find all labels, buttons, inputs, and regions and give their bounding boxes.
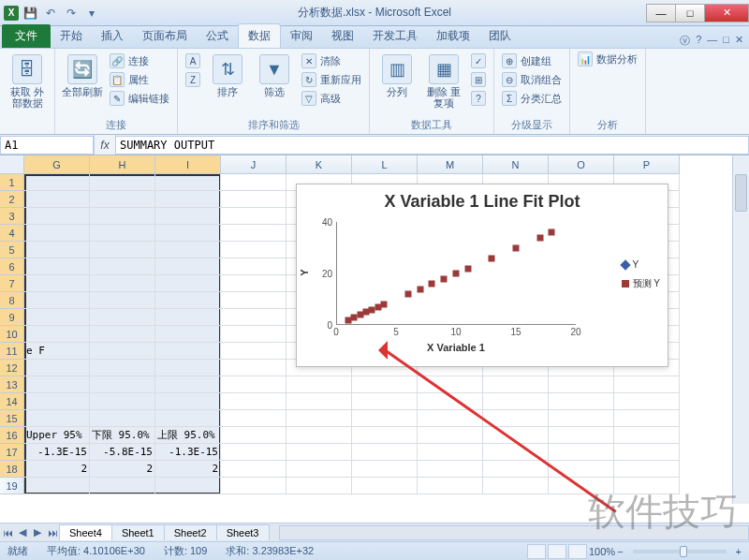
cell-L18[interactable]: [352, 461, 418, 478]
row-header-5[interactable]: 5: [0, 242, 24, 258]
cell-G11[interactable]: e F: [24, 343, 90, 360]
cell-H17[interactable]: -5.8E-15: [90, 444, 155, 461]
row-header-10[interactable]: 10: [0, 326, 24, 343]
cell-G14[interactable]: [24, 393, 90, 410]
fx-button[interactable]: fx: [94, 135, 116, 155]
sheet-tab-sheet2[interactable]: Sheet2: [164, 524, 217, 540]
sheet-nav-next[interactable]: ▶: [30, 525, 45, 540]
cell-H14[interactable]: [90, 393, 155, 410]
cell-I4[interactable]: [155, 225, 221, 242]
cell-L13[interactable]: [352, 376, 418, 393]
cell-G2[interactable]: [24, 191, 90, 208]
cell-P17[interactable]: [614, 444, 680, 461]
subtotal-button[interactable]: Σ分类汇总: [500, 90, 564, 107]
cell-J18[interactable]: [221, 461, 286, 478]
cell-P16[interactable]: [614, 427, 680, 444]
cell-M16[interactable]: [418, 427, 483, 444]
tab-review[interactable]: 审阅: [281, 24, 322, 48]
cell-G18[interactable]: 2: [24, 461, 90, 478]
column-header-P[interactable]: P: [614, 155, 680, 174]
zoom-in-button[interactable]: +: [736, 546, 742, 557]
cell-G7[interactable]: [24, 275, 90, 292]
zoom-thumb[interactable]: [680, 546, 687, 557]
column-header-I[interactable]: I: [155, 155, 221, 174]
cell-G6[interactable]: [24, 258, 90, 275]
cell-I15[interactable]: [155, 410, 221, 427]
cell-G9[interactable]: [24, 309, 90, 326]
consolidate-button[interactable]: ⊞: [469, 71, 488, 88]
whatif-button[interactable]: ?: [469, 90, 488, 107]
view-normal-button[interactable]: [527, 544, 546, 559]
formula-input[interactable]: SUMMARY OUTPUT: [116, 136, 749, 155]
cell-J1[interactable]: [221, 174, 286, 191]
qat-save-button[interactable]: 💾: [21, 4, 39, 22]
row-header-14[interactable]: 14: [0, 393, 24, 410]
cell-J11[interactable]: [221, 343, 286, 360]
row-header-1[interactable]: 1: [0, 174, 24, 191]
cell-I1[interactable]: [155, 174, 221, 191]
row-header-17[interactable]: 17: [0, 444, 24, 461]
column-header-K[interactable]: K: [286, 155, 352, 174]
cell-G10[interactable]: [24, 326, 90, 343]
cell-J15[interactable]: [221, 410, 286, 427]
tab-home[interactable]: 开始: [51, 24, 92, 48]
row-header-11[interactable]: 11: [0, 343, 24, 360]
row-header-13[interactable]: 13: [0, 376, 24, 393]
column-header-J[interactable]: J: [221, 155, 286, 174]
row-header-7[interactable]: 7: [0, 275, 24, 292]
cell-H8[interactable]: [90, 292, 155, 309]
cell-J14[interactable]: [221, 393, 286, 410]
cell-I13[interactable]: [155, 376, 221, 393]
cell-H7[interactable]: [90, 275, 155, 292]
cell-J3[interactable]: [221, 208, 286, 225]
cell-I9[interactable]: [155, 309, 221, 326]
horizontal-scrollbar[interactable]: [279, 525, 750, 540]
column-header-M[interactable]: M: [418, 155, 483, 174]
cell-I5[interactable]: [155, 242, 221, 258]
edit-links-button[interactable]: ✎编辑链接: [108, 90, 171, 107]
sheet-nav-prev[interactable]: ◀: [15, 525, 30, 540]
advanced-filter-button[interactable]: ▽高级: [300, 90, 363, 107]
cell-G8[interactable]: [24, 292, 90, 309]
filter-button[interactable]: ▼ 筛选: [253, 51, 296, 97]
cell-H1[interactable]: [90, 174, 155, 191]
window-maximize-button[interactable]: □: [675, 4, 705, 22]
group-button[interactable]: ⊕创建组: [500, 52, 564, 69]
cell-L14[interactable]: [352, 393, 418, 410]
sort-button[interactable]: ⇅ 排序: [206, 51, 249, 97]
select-all-corner[interactable]: [0, 155, 24, 174]
column-header-L[interactable]: L: [352, 155, 418, 174]
reapply-filter-button[interactable]: ↻重新应用: [300, 71, 363, 88]
window-minimize-button[interactable]: —: [646, 4, 676, 22]
cell-P14[interactable]: [614, 393, 680, 410]
view-page-break-button[interactable]: [568, 544, 587, 559]
doc-min-icon[interactable]: —: [707, 34, 717, 48]
cell-H15[interactable]: [90, 410, 155, 427]
cell-O17[interactable]: [549, 444, 614, 461]
cell-J12[interactable]: [221, 360, 286, 376]
cell-P18[interactable]: [614, 461, 680, 478]
cell-K17[interactable]: [286, 444, 352, 461]
cell-G12[interactable]: [24, 360, 90, 376]
ribbon-minimize-icon[interactable]: ⓥ: [680, 34, 690, 48]
row-header-4[interactable]: 4: [0, 225, 24, 242]
cell-I17[interactable]: -1.3E-15: [155, 444, 221, 461]
sort-asc-button[interactable]: A: [184, 52, 202, 69]
cell-H5[interactable]: [90, 242, 155, 258]
cell-H6[interactable]: [90, 258, 155, 275]
cell-J19[interactable]: [221, 478, 286, 494]
column-header-N[interactable]: N: [483, 155, 549, 174]
window-close-button[interactable]: ✕: [704, 4, 749, 22]
ungroup-button[interactable]: ⊖取消组合: [500, 71, 564, 88]
cell-I8[interactable]: [155, 292, 221, 309]
zoom-out-button[interactable]: −: [617, 546, 623, 557]
doc-close-icon[interactable]: ✕: [735, 34, 743, 48]
connections-button[interactable]: 🔗连接: [108, 52, 171, 69]
cell-N14[interactable]: [483, 393, 549, 410]
cell-H12[interactable]: [90, 360, 155, 376]
cell-O14[interactable]: [549, 393, 614, 410]
cell-J10[interactable]: [221, 326, 286, 343]
cell-H16[interactable]: 下限 95.0%: [90, 427, 155, 444]
cell-J6[interactable]: [221, 258, 286, 275]
cell-I3[interactable]: [155, 208, 221, 225]
